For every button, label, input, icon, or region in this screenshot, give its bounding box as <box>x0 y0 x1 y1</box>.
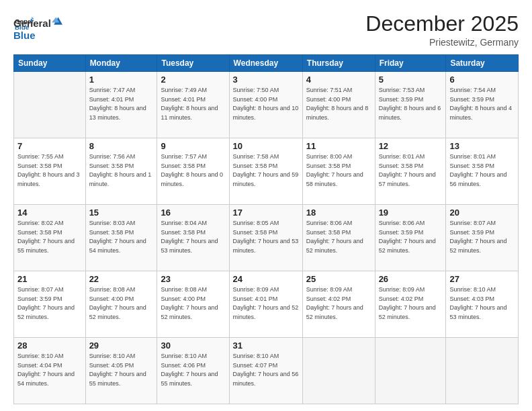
calendar-cell: 5Sunrise: 7:53 AM Sunset: 3:59 PM Daylig… <box>375 72 446 138</box>
day-number: 2 <box>161 75 225 85</box>
logo-triangle <box>52 16 62 27</box>
header-thursday: Thursday <box>302 55 375 72</box>
day-info: Sunrise: 8:07 AM Sunset: 3:59 PM Dayligh… <box>17 285 82 322</box>
day-number: 21 <box>17 274 82 284</box>
calendar-cell: 19Sunrise: 8:06 AM Sunset: 3:59 PM Dayli… <box>375 205 446 271</box>
day-info: Sunrise: 8:10 AM Sunset: 4:05 PM Dayligh… <box>89 352 154 388</box>
day-info: Sunrise: 8:08 AM Sunset: 4:00 PM Dayligh… <box>161 285 225 322</box>
day-info: Sunrise: 8:08 AM Sunset: 4:00 PM Dayligh… <box>89 285 154 322</box>
header-monday: Monday <box>85 55 157 72</box>
day-number: 1 <box>89 75 154 85</box>
calendar-cell: 26Sunrise: 8:09 AM Sunset: 4:02 PM Dayli… <box>375 271 446 338</box>
day-number: 26 <box>379 274 443 284</box>
day-info: Sunrise: 8:01 AM Sunset: 3:58 PM Dayligh… <box>379 152 443 189</box>
day-number: 12 <box>379 141 443 151</box>
day-info: Sunrise: 7:57 AM Sunset: 3:58 PM Dayligh… <box>161 152 225 189</box>
calendar-cell: 8Sunrise: 7:56 AM Sunset: 3:58 PM Daylig… <box>85 138 157 205</box>
day-number: 23 <box>161 274 225 284</box>
day-number: 13 <box>449 141 515 151</box>
calendar-cell: 25Sunrise: 8:09 AM Sunset: 4:02 PM Dayli… <box>302 271 375 338</box>
calendar-week-row: 7Sunrise: 7:55 AM Sunset: 3:58 PM Daylig… <box>14 138 519 205</box>
calendar-cell: 30Sunrise: 8:10 AM Sunset: 4:06 PM Dayli… <box>157 338 229 404</box>
day-number: 18 <box>306 208 371 218</box>
calendar-cell: 11Sunrise: 8:00 AM Sunset: 3:58 PM Dayli… <box>302 138 375 205</box>
header: General Blue General Blue December 2025 … <box>13 12 519 48</box>
header-wednesday: Wednesday <box>229 55 302 72</box>
day-number: 8 <box>89 141 154 151</box>
day-number: 24 <box>233 274 299 284</box>
calendar-cell: 17Sunrise: 8:05 AM Sunset: 3:58 PM Dayli… <box>229 205 302 271</box>
day-info: Sunrise: 7:49 AM Sunset: 4:01 PM Dayligh… <box>161 86 225 122</box>
day-number: 16 <box>161 208 225 218</box>
day-number: 22 <box>89 274 154 284</box>
calendar-cell: 6Sunrise: 7:54 AM Sunset: 3:59 PM Daylig… <box>446 72 519 138</box>
day-info: Sunrise: 8:06 AM Sunset: 3:58 PM Dayligh… <box>306 219 371 255</box>
calendar-cell: 18Sunrise: 8:06 AM Sunset: 3:58 PM Dayli… <box>302 205 375 271</box>
day-number: 29 <box>89 340 154 351</box>
day-info: Sunrise: 8:09 AM Sunset: 4:02 PM Dayligh… <box>379 285 443 322</box>
page: General Blue General Blue December 2025 … <box>0 0 532 411</box>
calendar-cell: 12Sunrise: 8:01 AM Sunset: 3:58 PM Dayli… <box>375 138 446 205</box>
calendar-cell: 2Sunrise: 7:49 AM Sunset: 4:01 PM Daylig… <box>157 72 229 138</box>
day-info: Sunrise: 7:56 AM Sunset: 3:58 PM Dayligh… <box>89 152 154 189</box>
day-info: Sunrise: 7:58 AM Sunset: 3:58 PM Dayligh… <box>233 152 299 189</box>
calendar-header-row: Sunday Monday Tuesday Wednesday Thursday… <box>14 55 519 72</box>
title-block: December 2025 Priestewitz, Germany <box>365 12 519 48</box>
calendar-cell: 13Sunrise: 8:01 AM Sunset: 3:58 PM Dayli… <box>446 138 519 205</box>
calendar-cell <box>446 338 519 404</box>
day-number: 31 <box>233 340 299 351</box>
header-tuesday: Tuesday <box>157 55 229 72</box>
day-number: 20 <box>449 208 515 218</box>
day-number: 6 <box>449 75 515 85</box>
calendar-cell: 1Sunrise: 7:47 AM Sunset: 4:01 PM Daylig… <box>85 72 157 138</box>
day-info: Sunrise: 7:54 AM Sunset: 3:59 PM Dayligh… <box>449 86 515 122</box>
header-friday: Friday <box>375 55 446 72</box>
day-info: Sunrise: 8:09 AM Sunset: 4:01 PM Dayligh… <box>233 285 299 322</box>
day-number: 10 <box>233 141 299 151</box>
calendar-cell: 31Sunrise: 8:10 AM Sunset: 4:07 PM Dayli… <box>229 338 302 404</box>
calendar-cell: 27Sunrise: 8:10 AM Sunset: 4:03 PM Dayli… <box>446 271 519 338</box>
day-info: Sunrise: 8:09 AM Sunset: 4:02 PM Dayligh… <box>306 285 371 322</box>
calendar-cell: 7Sunrise: 7:55 AM Sunset: 3:58 PM Daylig… <box>14 138 86 205</box>
calendar-cell <box>14 72 86 138</box>
day-number: 11 <box>306 141 371 151</box>
logo-general: General <box>13 17 51 29</box>
day-info: Sunrise: 8:03 AM Sunset: 3:58 PM Dayligh… <box>89 219 154 255</box>
calendar-cell: 16Sunrise: 8:04 AM Sunset: 3:58 PM Dayli… <box>157 205 229 271</box>
location: Priestewitz, Germany <box>365 37 519 48</box>
day-info: Sunrise: 8:10 AM Sunset: 4:04 PM Dayligh… <box>17 352 82 388</box>
day-number: 28 <box>17 340 82 351</box>
day-number: 15 <box>89 208 154 218</box>
day-number: 3 <box>233 75 299 85</box>
day-number: 27 <box>449 274 515 284</box>
calendar-cell: 29Sunrise: 8:10 AM Sunset: 4:05 PM Dayli… <box>85 338 157 404</box>
day-number: 9 <box>161 141 225 151</box>
calendar-table: Sunday Monday Tuesday Wednesday Thursday… <box>13 54 519 404</box>
calendar-cell: 24Sunrise: 8:09 AM Sunset: 4:01 PM Dayli… <box>229 271 302 338</box>
day-info: Sunrise: 7:47 AM Sunset: 4:01 PM Dayligh… <box>89 86 154 122</box>
calendar-cell: 28Sunrise: 8:10 AM Sunset: 4:04 PM Dayli… <box>14 338 86 404</box>
day-number: 7 <box>17 141 82 151</box>
calendar-cell: 10Sunrise: 7:58 AM Sunset: 3:58 PM Dayli… <box>229 138 302 205</box>
calendar-week-row: 1Sunrise: 7:47 AM Sunset: 4:01 PM Daylig… <box>14 72 519 138</box>
calendar-cell: 15Sunrise: 8:03 AM Sunset: 3:58 PM Dayli… <box>85 205 157 271</box>
day-info: Sunrise: 8:01 AM Sunset: 3:58 PM Dayligh… <box>449 152 515 189</box>
calendar-cell: 14Sunrise: 8:02 AM Sunset: 3:58 PM Dayli… <box>14 205 86 271</box>
day-info: Sunrise: 7:51 AM Sunset: 4:00 PM Dayligh… <box>306 86 371 122</box>
calendar-cell: 9Sunrise: 7:57 AM Sunset: 3:58 PM Daylig… <box>157 138 229 205</box>
day-number: 14 <box>17 208 82 218</box>
day-number: 30 <box>161 340 225 351</box>
calendar-week-row: 28Sunrise: 8:10 AM Sunset: 4:04 PM Dayli… <box>14 338 519 404</box>
day-number: 19 <box>379 208 443 218</box>
calendar-cell <box>375 338 446 404</box>
day-info: Sunrise: 8:00 AM Sunset: 3:58 PM Dayligh… <box>306 152 371 189</box>
calendar-cell: 4Sunrise: 7:51 AM Sunset: 4:00 PM Daylig… <box>302 72 375 138</box>
day-info: Sunrise: 7:50 AM Sunset: 4:00 PM Dayligh… <box>233 86 299 122</box>
day-number: 5 <box>379 75 443 85</box>
day-info: Sunrise: 7:55 AM Sunset: 3:58 PM Dayligh… <box>17 152 82 189</box>
header-saturday: Saturday <box>446 55 519 72</box>
day-number: 25 <box>306 274 371 284</box>
calendar-cell: 3Sunrise: 7:50 AM Sunset: 4:00 PM Daylig… <box>229 72 302 138</box>
day-info: Sunrise: 8:10 AM Sunset: 4:07 PM Dayligh… <box>233 352 299 388</box>
day-info: Sunrise: 8:05 AM Sunset: 3:58 PM Dayligh… <box>233 219 299 255</box>
